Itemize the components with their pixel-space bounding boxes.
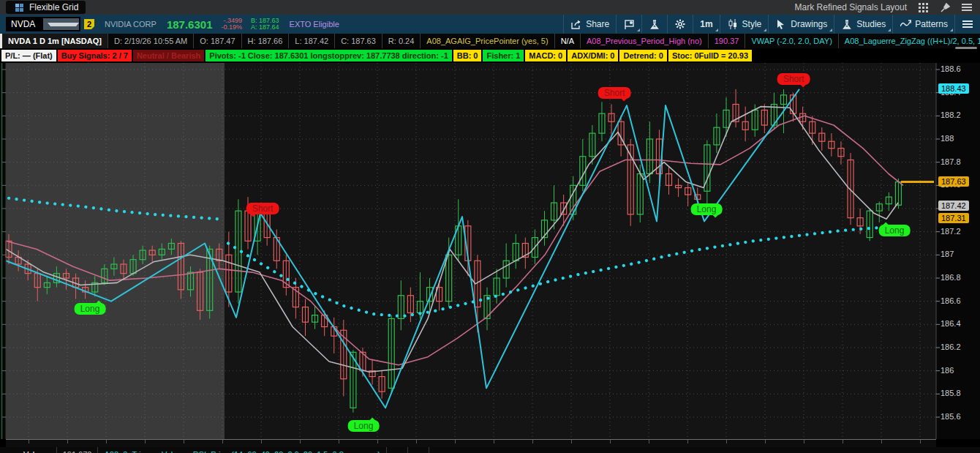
price-badge: 187.63 [938, 176, 969, 187]
short-signal-label: Short [777, 73, 810, 85]
price-axis-label: 185.8 [941, 389, 961, 397]
symbol-value: NVDA [7, 19, 42, 29]
price-axis-label: 186.2 [941, 342, 961, 351]
price-badge: 187.31 [938, 213, 969, 223]
price-axis-label: 188.6 [941, 64, 961, 73]
price-badge: 187.42 [938, 201, 969, 211]
adx-pill: ADX/DMI: 0 [568, 50, 618, 61]
flask-icon [649, 18, 660, 30]
quick-study-button[interactable] [641, 15, 667, 34]
study-zigzag-label[interactable]: A08_Laguerre_ZigZag ((H+L)/2, 0.5, 16) [839, 34, 980, 48]
ask-value: A: 187.64 [251, 24, 279, 31]
volume-study-label[interactable]: A08_3_Trigger_Volume_RSI_Price (14, 60, … [98, 447, 386, 453]
long-signal-label: Long [879, 225, 911, 236]
volume-flag1: no [387, 447, 408, 453]
pin-icon[interactable] [939, 1, 951, 13]
detrend-pill: Detrend: 0 [619, 50, 666, 61]
share-icon [570, 18, 582, 30]
share-label: Share [586, 19, 609, 29]
short-signal-label: Short [246, 203, 279, 214]
drawings-label: Drawings [791, 19, 827, 29]
price-axis-label: 187 [941, 250, 954, 258]
bar-open: O: 187.47 [194, 34, 241, 48]
alerts-button[interactable] [616, 15, 641, 34]
bar-high: H: 187.66 [242, 34, 290, 48]
timeframe-label: 1m [700, 19, 712, 29]
exto-eligible-badge: EXTO Eligible [290, 20, 339, 29]
price-chart[interactable]: 188.6188.4188.2188187.8187.6187.4187.218… [0, 63, 980, 439]
long-signal-label: Long [75, 303, 106, 315]
hamburger-icon [962, 18, 973, 30]
drawings-button[interactable]: Drawings [768, 15, 834, 34]
short-signal-label: Short [598, 87, 631, 99]
patterns-wave-icon [900, 18, 911, 30]
pl-pill: P/L: — (Flat) [1, 50, 56, 61]
price-change-pct: -0.19% [221, 24, 242, 31]
patterns-label: Patterns [915, 19, 948, 29]
menu-icon[interactable] [961, 1, 973, 13]
buy-signals-pill: Buy Signals: 2 / 7 [58, 50, 132, 61]
volume-label: Volume [18, 447, 57, 453]
settings-button[interactable] [667, 15, 693, 34]
grid-layout-icon [13, 1, 25, 13]
stoc-pill: Stoc: 0FullD = 20.93 [668, 50, 752, 61]
studies-label: Studies [856, 19, 886, 29]
bar-close: C: 187.63 [335, 34, 382, 48]
layout-grid-icon[interactable] [917, 1, 929, 13]
long-signal-label: Long [691, 203, 723, 215]
flexible-grid-tab[interactable]: Flexible Grid [6, 1, 86, 14]
symbol-flag-badge[interactable]: 2 [84, 19, 94, 29]
volume-flag2: no [408, 447, 429, 453]
price-axis-label: 187.2 [941, 227, 961, 236]
layout-name-label: Mark Refined Signals Layout [795, 2, 907, 12]
panel-resize-grip[interactable] [955, 47, 977, 49]
volume-status-bar: Volume 191,672 A08_3_Trigger_Volume_RSI_… [0, 447, 980, 453]
candle-style-icon [727, 18, 739, 30]
price-axis-label: 186.8 [941, 273, 961, 282]
chart-symbol-title: NVDA 1 D 1m [NASDAQ] [0, 34, 108, 48]
flexible-grid-tab-label: Flexible Grid [29, 2, 78, 12]
symbol-toolbar: NVDA 2 NVIDIA CORP 187.6301 -.3499 -0.19… [0, 15, 980, 34]
bar-range: R: 0.24 [382, 34, 421, 48]
price-axis-label: 188.2 [941, 111, 961, 119]
window-title-bar: Flexible Grid Mark Refined Signals Layou… [0, 0, 980, 15]
style-label: Style [742, 19, 762, 29]
price-axis-label: 186.4 [941, 319, 961, 328]
price-axis-label: 186 [941, 366, 954, 375]
gear-icon [674, 18, 686, 30]
bar-low: L: 187.42 [289, 34, 335, 48]
chart-status-bar: NVDA 1 D 1m [NASDAQ] D: 2/19/26 10:55 AM… [0, 34, 980, 49]
symbol-dropdown-button[interactable] [43, 18, 79, 30]
signal-pill-bar: P/L: — (Flat) Buy Signals: 2 / 7 Neutral… [0, 48, 980, 63]
flag-note-icon [623, 18, 635, 30]
long-signal-label: Long [348, 420, 380, 432]
pivots-pill: Pivots: -1 Close: 187.6301 longstopprev:… [206, 50, 451, 61]
symbol-input[interactable]: NVDA [6, 17, 80, 31]
fisher-pill: Fisher: 1 [483, 50, 524, 61]
studies-button[interactable]: Studies [834, 15, 892, 34]
price-axis-label: 186.6 [941, 296, 961, 305]
price-axis-label: 188 [941, 134, 954, 143]
study-prev-period-high-label[interactable]: A08_Previous_Period_High (no) [581, 34, 709, 48]
price-badge: 188.43 [938, 83, 969, 94]
share-button[interactable]: Share [563, 15, 616, 34]
company-name: NVIDIA CORP [105, 20, 157, 29]
sentiment-pill: Neutral / Bearish [133, 50, 204, 61]
bb-pill: BB: 0 [453, 50, 482, 61]
studies-flask-icon [841, 18, 853, 30]
study-pricepointer-value: N/A [555, 34, 581, 48]
last-price: 187.6301 [167, 18, 213, 31]
patterns-button[interactable]: Patterns [892, 15, 954, 34]
price-axis-label: 187.8 [941, 157, 961, 166]
chart-menu-button[interactable] [954, 15, 980, 34]
study-prev-period-high-value: 190.37 [709, 34, 746, 48]
bar-datetime: D: 2/19/26 10:55 AM [108, 34, 194, 48]
price-axis-label: 185.6 [941, 412, 961, 421]
timeframe-button[interactable]: 1m [693, 15, 719, 34]
study-vwap-label[interactable]: VWAP (-2.0, 2.0, DAY) [745, 34, 838, 48]
cursor-icon [775, 18, 787, 30]
style-button[interactable]: Style [720, 15, 769, 34]
study-pricepointer-label[interactable]: A08_AGAIG_PricePointer (yes, 5) [421, 34, 554, 48]
volume-value: 191,672 [57, 447, 99, 453]
macd-pill: MACD: 0 [525, 50, 566, 61]
